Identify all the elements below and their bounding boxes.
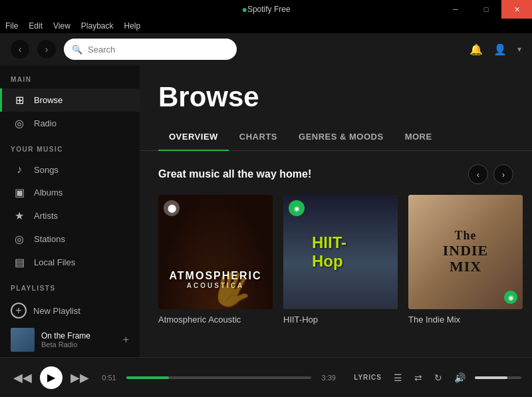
volume-fill [475,376,507,379]
progress-bar[interactable] [126,376,311,379]
playlist-add-button[interactable]: + [123,334,129,346]
sidebar-albums-label: Albums [34,188,63,198]
player-controls: ◀◀ ▶ ▶▶ [11,366,92,389]
menubar: File Edit View Playback Help [0,19,532,33]
card-atmospheric-label: Atmospheric Acoustic [158,315,273,327]
section-title: Great music all the way home! [158,168,468,180]
prev-button[interactable]: ◀◀ [11,368,35,388]
content-area: Browse OVERVIEW CHARTS GENRES & MOODS MO… [140,65,532,357]
albums-icon: ▣ [13,186,26,199]
tab-overview[interactable]: OVERVIEW [158,124,229,151]
nav-forward-button[interactable]: › [37,40,56,59]
sidebar-item-stations[interactable]: ◎ Stations [0,227,140,251]
radio-icon: ◎ [13,117,26,130]
dropdown-arrow-icon[interactable]: ▾ [517,45,521,54]
volume-slider[interactable] [475,376,521,379]
menu-edit[interactable]: Edit [29,21,43,31]
sidebar: MAIN ⊞ Browse ◎ Radio YOUR MUSIC ♪ Songs… [0,65,140,357]
playlist-track-thumbnail [11,328,35,352]
tab-charts[interactable]: CHARTS [229,124,288,151]
section-header: Great music all the way home! ‹ › [158,164,513,184]
songs-icon: ♪ [13,164,26,176]
topbar: ‹ › 🔍 🔔 👤 ▾ [0,33,532,65]
indie-text: The INDIE MIX [443,229,489,275]
card-hiithop-label: HIIT-Hop [283,315,398,327]
playlist-track-name: On the Frame [41,331,116,340]
spotify-logo-hiithop: ◉ [289,200,305,216]
queue-button[interactable]: ☰ [391,370,405,386]
card-indie-image: The INDIE MIX ◉ [408,195,523,309]
card-indie-label: The Indie Mix [408,315,523,327]
main-layout: MAIN ⊞ Browse ◎ Radio YOUR MUSIC ♪ Songs… [0,65,532,357]
time-total: 3:39 [319,374,338,382]
artists-icon: ★ [13,209,26,222]
card-hiithop[interactable]: HIIT-Hop ◉ HIIT-Hop [283,195,398,327]
new-playlist-item[interactable]: + New Playlist [0,297,140,324]
sidebar-browse-label: Browse [34,95,63,105]
nav-back-button[interactable]: ‹ [11,40,29,59]
playlist-track-sub: Beta Radio [41,340,116,348]
next-button[interactable]: ▶▶ [68,368,92,388]
section-next-button[interactable]: › [493,164,513,184]
card-indie[interactable]: The INDIE MIX ◉ The Indie Mix [408,195,523,327]
player-right-controls: LYRICS ☰ ⇄ ↻ 🔊 [351,370,521,386]
search-input[interactable] [88,45,229,55]
cards-grid: ATMOSPHERIC ACOUSTICA 🖐 ⬤ Atmospheric Ac… [158,195,513,327]
user-icon[interactable]: 👤 [493,43,507,56]
sidebar-stations-label: Stations [34,234,65,244]
sidebar-local-files-label: Local Files [34,257,75,267]
minimize-button[interactable]: ─ [440,0,471,19]
browse-icon: ⊞ [13,94,26,106]
window-controls: ─ □ ✕ [440,0,532,19]
content-header: Browse [140,65,532,124]
section-prev-button[interactable]: ‹ [468,164,488,184]
tab-more[interactable]: MORE [394,124,443,151]
stations-icon: ◎ [13,233,26,245]
search-box: 🔍 [64,39,237,60]
card-atmospheric[interactable]: ATMOSPHERIC ACOUSTICA 🖐 ⬤ Atmospheric Ac… [158,195,273,327]
menu-view[interactable]: View [53,21,70,31]
time-elapsed: 0:51 [100,374,118,382]
browse-section: Great music all the way home! ‹ › ATMOSP… [140,151,532,340]
sidebar-item-local-files[interactable]: ▤ Local Files [0,251,140,274]
window-title: Spotify Free [247,5,291,14]
play-button[interactable]: ▶ [40,366,63,389]
menu-help[interactable]: Help [124,21,141,31]
spotify-logo-indie: ◉ [504,291,517,304]
hiithop-text: HIIT-Hop [312,233,369,271]
shuffle-button[interactable]: ⇄ [412,370,425,386]
playlist-track-item[interactable]: On the Frame Beta Radio + [0,324,140,356]
repeat-button[interactable]: ↻ [432,370,445,386]
search-icon: 🔍 [72,45,82,55]
menu-playback[interactable]: Playback [81,21,114,31]
sidebar-radio-label: Radio [34,118,57,128]
sidebar-item-artists[interactable]: ★ Artists [0,204,140,227]
card-atmospheric-image: ATMOSPHERIC ACOUSTICA 🖐 ⬤ [158,195,273,309]
spotify-logo-dot-atmospheric: ⬤ [164,200,180,216]
tab-genres-moods[interactable]: GENRES & MOODS [288,124,394,151]
player-bar: ◀◀ ▶ ▶▶ 0:51 3:39 LYRICS ☰ ⇄ ↻ 🔊 [0,357,532,397]
sidebar-artists-label: Artists [34,211,58,221]
card-hiithop-image: HIIT-Hop ◉ [283,195,398,309]
sidebar-songs-label: Songs [34,165,59,175]
playlists-section-label: PLAYLISTS [0,274,140,297]
page-title: Browse [158,81,513,113]
menu-file[interactable]: File [5,21,18,31]
lyrics-button[interactable]: LYRICS [351,371,384,384]
volume-icon: 🔊 [452,370,468,386]
sidebar-item-albums[interactable]: ▣ Albums [0,181,140,204]
close-button[interactable]: ✕ [501,0,532,19]
sidebar-item-radio[interactable]: ◎ Radio [0,112,140,135]
titlebar: ● Spotify Free ─ □ ✕ [0,0,532,19]
spotify-icon: ● [241,4,247,15]
your-music-section-label: YOUR MUSIC [0,135,140,158]
add-playlist-icon: + [11,303,27,319]
tabs-bar: OVERVIEW CHARTS GENRES & MOODS MORE [140,124,532,151]
notifications-icon[interactable]: 🔔 [469,43,483,56]
sidebar-item-songs[interactable]: ♪ Songs [0,158,140,181]
sidebar-item-browse[interactable]: ⊞ Browse [0,88,140,112]
restore-button[interactable]: □ [471,0,501,19]
section-nav: ‹ › [468,164,513,184]
new-playlist-label: New Playlist [33,306,80,316]
playlist-track-info: On the Frame Beta Radio [41,331,116,348]
